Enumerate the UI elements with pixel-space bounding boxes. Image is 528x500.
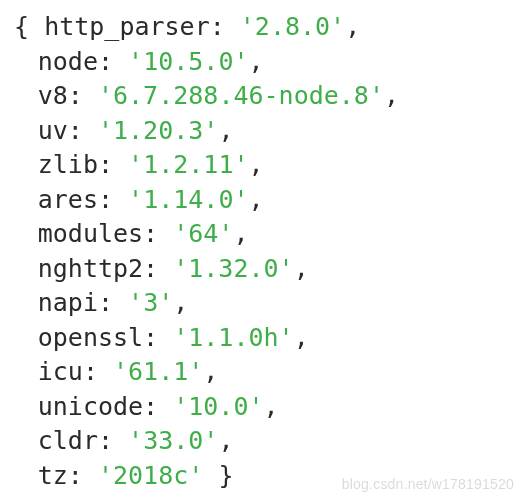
value-napi: '3' xyxy=(128,288,173,317)
code-block: { http_parser: '2.8.0',node: '10.5.0',v8… xyxy=(14,10,518,493)
value-uv: '1.20.3' xyxy=(98,116,218,145)
open-brace: { xyxy=(14,12,29,41)
code-line-napi: napi: '3', xyxy=(14,286,518,321)
colon: : xyxy=(143,219,173,248)
colon: : xyxy=(98,185,128,214)
comma: , xyxy=(203,357,218,386)
key-icu: icu xyxy=(38,357,83,386)
value-icu: '61.1' xyxy=(113,357,203,386)
colon: : xyxy=(98,47,128,76)
comma: , xyxy=(345,12,360,41)
value-http_parser: '2.8.0' xyxy=(240,12,345,41)
key-v8: v8 xyxy=(38,81,68,110)
colon: : xyxy=(98,150,128,179)
key-nghttp2: nghttp2 xyxy=(38,254,143,283)
value-nghttp2: '1.32.0' xyxy=(173,254,293,283)
value-openssl: '1.1.0h' xyxy=(173,323,293,352)
comma: , xyxy=(173,288,188,317)
colon: : xyxy=(83,357,113,386)
code-line-http_parser: { http_parser: '2.8.0', xyxy=(14,10,518,45)
value-tz: '2018c' xyxy=(98,461,203,490)
colon: : xyxy=(143,254,173,283)
value-node: '10.5.0' xyxy=(128,47,248,76)
value-unicode: '10.0' xyxy=(173,392,263,421)
code-line-icu: icu: '61.1', xyxy=(14,355,518,390)
code-line-ares: ares: '1.14.0', xyxy=(14,183,518,218)
key-napi: napi xyxy=(38,288,98,317)
key-openssl: openssl xyxy=(38,323,143,352)
comma: , xyxy=(249,150,264,179)
value-cldr: '33.0' xyxy=(128,426,218,455)
key-modules: modules xyxy=(38,219,143,248)
code-line-openssl: openssl: '1.1.0h', xyxy=(14,321,518,356)
comma: , xyxy=(249,47,264,76)
key-cldr: cldr xyxy=(38,426,98,455)
key-node: node xyxy=(38,47,98,76)
code-line-nghttp2: nghttp2: '1.32.0', xyxy=(14,252,518,287)
comma: , xyxy=(233,219,248,248)
code-line-modules: modules: '64', xyxy=(14,217,518,252)
code-line-node: node: '10.5.0', xyxy=(14,45,518,80)
value-zlib: '1.2.11' xyxy=(128,150,248,179)
comma: , xyxy=(218,116,233,145)
key-tz: tz xyxy=(38,461,68,490)
code-line-zlib: zlib: '1.2.11', xyxy=(14,148,518,183)
code-line-uv: uv: '1.20.3', xyxy=(14,114,518,149)
colon: : xyxy=(68,81,98,110)
value-modules: '64' xyxy=(173,219,233,248)
comma: , xyxy=(264,392,279,421)
colon: : xyxy=(68,461,98,490)
colon: : xyxy=(143,323,173,352)
comma: , xyxy=(384,81,399,110)
key-unicode: unicode xyxy=(38,392,143,421)
key-zlib: zlib xyxy=(38,150,98,179)
value-ares: '1.14.0' xyxy=(128,185,248,214)
comma: , xyxy=(294,254,309,283)
comma: , xyxy=(294,323,309,352)
comma: , xyxy=(249,185,264,214)
key-ares: ares xyxy=(38,185,98,214)
close-brace: } xyxy=(218,461,233,490)
colon: : xyxy=(143,392,173,421)
colon: : xyxy=(98,288,128,317)
code-line-cldr: cldr: '33.0', xyxy=(14,424,518,459)
value-v8: '6.7.288.46-node.8' xyxy=(98,81,384,110)
code-line-v8: v8: '6.7.288.46-node.8', xyxy=(14,79,518,114)
code-line-unicode: unicode: '10.0', xyxy=(14,390,518,425)
colon: : xyxy=(210,12,240,41)
comma: , xyxy=(218,426,233,455)
colon: : xyxy=(98,426,128,455)
colon: : xyxy=(68,116,98,145)
key-uv: uv xyxy=(38,116,68,145)
watermark-text: blog.csdn.net/w178191520 xyxy=(342,475,514,494)
key-http_parser: http_parser xyxy=(44,12,210,41)
